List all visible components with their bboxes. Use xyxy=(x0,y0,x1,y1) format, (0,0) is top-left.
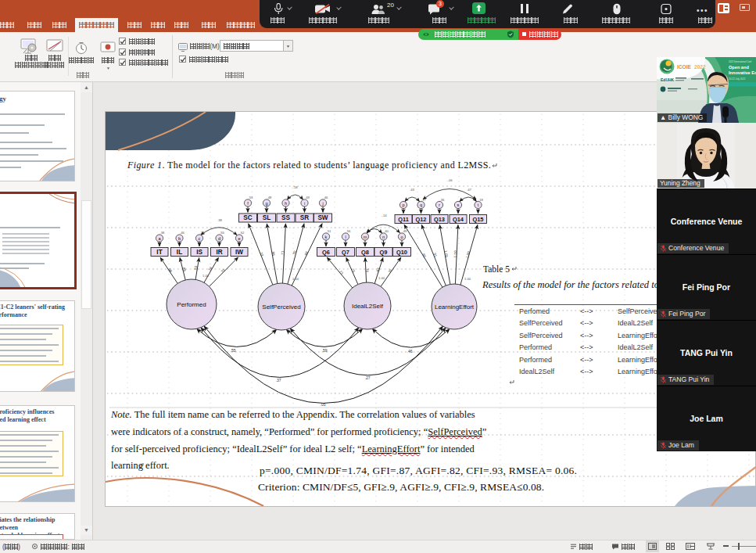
svg-text:.46: .46 xyxy=(407,349,413,354)
svg-text:.55: .55 xyxy=(220,231,224,235)
svg-text:Q7: Q7 xyxy=(342,249,349,256)
svg-text:IL: IL xyxy=(177,249,182,256)
svg-text:.70: .70 xyxy=(365,268,369,273)
svg-text:.48: .48 xyxy=(267,196,272,199)
svg-text:.43: .43 xyxy=(410,188,414,192)
svg-text:1.09: 1.09 xyxy=(465,250,471,258)
svg-text:IR: IR xyxy=(216,249,222,256)
svg-text:SS: SS xyxy=(281,214,290,221)
svg-text:.18: .18 xyxy=(478,198,483,202)
svg-text:.98: .98 xyxy=(271,250,275,257)
svg-text:Innovative Ed: Innovative Ed xyxy=(729,70,756,75)
svg-text:r: r xyxy=(439,203,440,207)
svg-text:.37: .37 xyxy=(276,378,281,382)
svg-text:j: j xyxy=(321,201,323,206)
svg-text:IW: IW xyxy=(235,249,243,256)
svg-text:e: e xyxy=(238,236,240,241)
svg-text:h: h xyxy=(285,201,287,206)
svg-text:.51: .51 xyxy=(327,229,331,233)
svg-text:SC: SC xyxy=(243,214,252,221)
svg-text:i: i xyxy=(304,201,305,206)
svg-text:Q8: Q8 xyxy=(361,249,369,256)
svg-text:Q6: Q6 xyxy=(322,249,330,256)
svg-text:.56: .56 xyxy=(346,229,351,233)
svg-text:.21: .21 xyxy=(459,198,464,202)
svg-text:.91: .91 xyxy=(432,252,438,258)
svg-text:s: s xyxy=(457,203,460,207)
svg-text:EdUHK: EdUHK xyxy=(661,77,675,82)
svg-text:.53: .53 xyxy=(194,265,199,271)
svg-text:Open and: Open and xyxy=(729,65,749,70)
svg-text:.36: .36 xyxy=(440,198,445,202)
svg-text:1.00: 1.00 xyxy=(378,276,385,280)
svg-text:.38: .38 xyxy=(160,231,165,235)
svg-text:.47: .47 xyxy=(467,188,471,192)
svg-text:.46: .46 xyxy=(180,231,185,235)
svg-text:.70: .70 xyxy=(387,268,393,275)
svg-text:LearningEffort: LearningEffort xyxy=(435,303,475,311)
svg-text:SR: SR xyxy=(300,214,309,221)
svg-text:.71: .71 xyxy=(338,269,344,275)
svg-text:20-22 July 2022: 20-22 July 2022 xyxy=(729,77,746,81)
svg-text:.17: .17 xyxy=(421,198,426,202)
svg-text:.72: .72 xyxy=(220,268,226,275)
svg-text:.70: .70 xyxy=(292,250,297,256)
svg-text:.89: .89 xyxy=(181,266,187,272)
svg-text:.59: .59 xyxy=(322,348,328,353)
svg-text:-.06: -.06 xyxy=(446,178,453,182)
svg-text:.98: .98 xyxy=(167,267,173,273)
svg-text:1.05: 1.05 xyxy=(443,250,449,258)
svg-text:IdealL2Self: IdealL2Self xyxy=(352,303,384,310)
svg-text:SelfPerceived: SelfPerceived xyxy=(262,303,300,311)
svg-text:IT: IT xyxy=(156,249,162,256)
svg-text:-.14: -.14 xyxy=(381,214,387,217)
svg-text:l: l xyxy=(345,235,346,239)
svg-text:.27: .27 xyxy=(365,375,371,380)
svg-text:Q10: Q10 xyxy=(396,249,407,256)
svg-text:Q9: Q9 xyxy=(380,249,388,256)
svg-text:Q11: Q11 xyxy=(398,216,409,223)
svg-text:d: d xyxy=(218,236,220,241)
svg-text:Q14: Q14 xyxy=(453,216,464,223)
svg-text:.52: .52 xyxy=(240,231,245,235)
svg-text:-.18: -.18 xyxy=(292,185,298,189)
svg-text:1.00: 1.00 xyxy=(464,277,471,281)
svg-text:.46: .46 xyxy=(324,196,328,199)
svg-text:k: k xyxy=(325,235,328,239)
svg-text:.38: .38 xyxy=(217,218,222,222)
svg-text:.71: .71 xyxy=(281,250,285,256)
svg-text:SL: SL xyxy=(263,214,271,221)
svg-text:.75: .75 xyxy=(350,267,356,273)
svg-text:ICOIE: ICOIE xyxy=(677,64,692,70)
svg-text:1.00: 1.00 xyxy=(202,274,210,278)
svg-text:.91: .91 xyxy=(421,252,427,258)
svg-text:Q15: Q15 xyxy=(473,216,484,223)
svg-text:.73: .73 xyxy=(259,251,264,257)
svg-text:.74: .74 xyxy=(207,266,213,272)
svg-text:c: c xyxy=(199,236,201,241)
svg-text:2022 International Conf: 2022 International Conf xyxy=(729,60,751,63)
svg-text:m: m xyxy=(364,235,367,239)
svg-text:Q12: Q12 xyxy=(416,216,427,223)
svg-text:IS: IS xyxy=(196,249,202,256)
svg-text:p: p xyxy=(402,203,404,207)
svg-text:b: b xyxy=(178,236,181,241)
svg-text:Q13: Q13 xyxy=(434,216,445,223)
svg-text:.49: .49 xyxy=(403,229,407,233)
svg-text:g: g xyxy=(265,201,267,206)
svg-text:SW: SW xyxy=(317,214,328,221)
svg-text:q: q xyxy=(420,203,422,207)
svg-text:.55: .55 xyxy=(231,348,236,353)
svg-text:.53: .53 xyxy=(249,196,253,199)
svg-text:1.00: 1.00 xyxy=(292,277,299,281)
svg-text:Performed: Performed xyxy=(177,301,206,308)
svg-text:.40: .40 xyxy=(384,229,389,233)
svg-text:1.10: 1.10 xyxy=(453,250,457,258)
svg-text:2022: 2022 xyxy=(694,64,706,70)
svg-text:.49: .49 xyxy=(305,196,310,199)
svg-text:n: n xyxy=(382,235,385,239)
svg-text:o: o xyxy=(400,235,403,239)
